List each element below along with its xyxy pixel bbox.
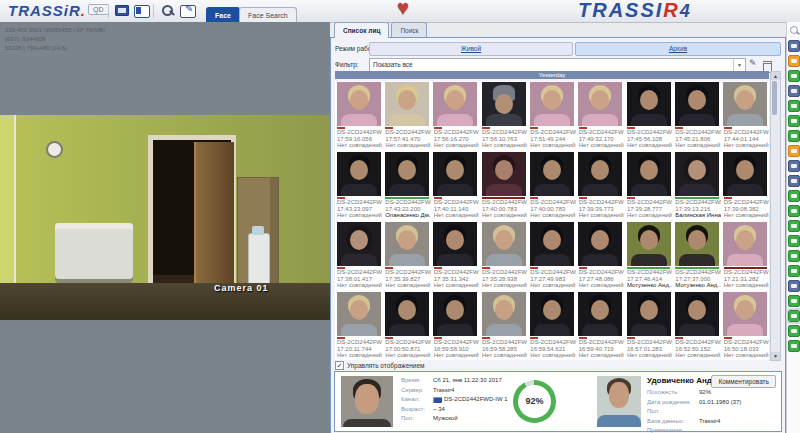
channel-icon[interactable]	[788, 130, 800, 142]
face-grid-cell[interactable]: DS-2CD2442FWD... 17:39:13.216 Балинская …	[673, 152, 720, 220]
face-grid-cell[interactable]: DS-2CD2442FWD... 17:44:01.144 Нет совпад…	[722, 82, 769, 150]
face-thumbnail	[337, 152, 381, 196]
edit-filter-icon[interactable]: ✎	[749, 58, 757, 68]
face-grid-cell[interactable]: DS-2CD2442FWD... 17:35:28.938 Нет совпад…	[480, 222, 527, 290]
face-grid-cell[interactable]: DS-2CD2442FWD... 17:57:41.470 Нет совпад…	[383, 82, 430, 150]
match-label: Нет совпадений	[530, 352, 575, 359]
channel-icon[interactable]	[788, 235, 800, 247]
search-tool-icon[interactable]	[161, 5, 175, 16]
camera-chip-icon	[433, 397, 442, 403]
face-grid-cell[interactable]: DS-2CD2442FWD... 17:38:01.417 Нет совпад…	[335, 222, 382, 290]
face-grid-cell[interactable]: DS-2CD2442FWD... 17:27:46.414 Мотузенко …	[625, 222, 672, 290]
face-grid-cell[interactable]: DS-2CD2442FWD... 17:49:32.170 Нет совпад…	[577, 82, 624, 150]
reference-photo	[597, 376, 641, 427]
channel-icon[interactable]	[788, 265, 800, 277]
face-grid-cell[interactable]: DS-2CD2442FWD... 16:52:50.152 Нет совпад…	[673, 292, 720, 360]
video-pane[interactable]: 139-403 9921 N9056455 | AP 79(MB)(937), …	[0, 22, 330, 433]
face-grid-cell[interactable]: DS-2CD2442FWD... 16:50:18.033 Нет совпад…	[722, 292, 769, 360]
face-grid-cell[interactable]: DS-2CD2442FWD... 17:21:31.282 Нет совпад…	[722, 222, 769, 290]
channel-icon[interactable]	[788, 160, 800, 172]
comment-button[interactable]: Комментировать	[711, 375, 776, 388]
display-control-row[interactable]: ✓ Управлять отображением	[335, 361, 425, 370]
thumb-face	[446, 160, 464, 180]
thumb-face	[640, 300, 658, 320]
white-table	[55, 223, 133, 279]
face-grid-cell[interactable]: DS-2CD2442FWD... 17:43:22.200 Опанасенко…	[383, 152, 430, 220]
edit-panel-icon[interactable]	[180, 5, 196, 18]
face-grid-cell[interactable]: DS-2CD2442FWD... 17:39:08.382 Нет совпад…	[722, 152, 769, 220]
channel-icon[interactable]	[788, 55, 800, 67]
face-grid-cell[interactable]: DS-2CD2442FWD... 17:59:16.056 Нет совпад…	[335, 82, 382, 150]
thumb-face	[640, 230, 658, 250]
thumb-body	[486, 324, 522, 336]
face-thumbnail	[433, 292, 477, 336]
thumb-face	[495, 300, 513, 320]
face-grid-cell[interactable]: DS-2CD2442FWD... 17:39:39.773 Нет совпад…	[577, 152, 624, 220]
face-grid-cell[interactable]: DS-2CD2442FWD... 17:20:11.744 Нет совпад…	[335, 292, 382, 360]
scroll-down-icon[interactable]: ▼	[771, 352, 780, 360]
scrollbar-thumb[interactable]	[772, 81, 777, 115]
face-grid-cell[interactable]: DS-2CD2442FWD... 17:27:49.983 Нет совпад…	[528, 222, 575, 290]
channel-icon[interactable]	[788, 190, 800, 202]
match-label: Нет совпадений	[724, 352, 769, 359]
scroll-up-icon[interactable]: ▲	[771, 72, 780, 80]
channel-icon[interactable]	[788, 250, 800, 262]
channel-icon[interactable]	[788, 145, 800, 157]
channel-icon[interactable]	[788, 325, 800, 337]
face-grid-cell[interactable]: DS-2CD2442FWD... 16:57:01.283 Нет совпад…	[625, 292, 672, 360]
channel-icon[interactable]	[788, 40, 800, 52]
face-grid-cell[interactable]: DS-2CD2442FWD... 17:45:21.806 Нет совпад…	[673, 82, 720, 150]
qd-button[interactable]: QD	[88, 4, 109, 15]
field-row: Время:Сб 21, янв 11:22:30 2017	[401, 376, 509, 386]
face-grid-cell[interactable]: DS-2CD2442FWD... 17:40:11.140 Нет совпад…	[432, 152, 479, 220]
filter-value: Показать все	[373, 61, 413, 68]
channel-icon[interactable]	[788, 310, 800, 322]
mode-archive-button[interactable]: Архив	[575, 42, 781, 56]
face-grid-cell[interactable]: DS-2CD2442FWD... 17:35:39.827 Нет совпад…	[383, 222, 430, 290]
thumb-face	[688, 300, 706, 320]
face-thumbnail	[385, 82, 429, 126]
grid-scrollbar[interactable]: ▲ ▼	[770, 71, 781, 361]
face-grid-cell[interactable]: DS-2CD2442FWD... 17:40:00.783 Нет совпад…	[480, 152, 527, 220]
chevron-down-icon[interactable]: ▼	[733, 59, 745, 71]
channel-icon[interactable]	[788, 85, 800, 97]
search-icon[interactable]	[790, 26, 798, 34]
channel-icon[interactable]	[788, 340, 800, 352]
tab-face[interactable]: Face	[206, 7, 240, 23]
channel-icon[interactable]	[788, 70, 800, 82]
channel-icon[interactable]	[788, 175, 800, 187]
mode-live-button[interactable]: Живой	[369, 42, 573, 56]
layout-icon[interactable]	[115, 5, 129, 16]
face-grid-cell[interactable]: DS-2CD2442FWD... 16:59:58.285 Нет совпад…	[480, 292, 527, 360]
tab-search[interactable]: Поиск	[391, 22, 427, 38]
face-grid-cell[interactable]: DS-2CD2442FWD... 17:27:48.086 Нет совпад…	[577, 222, 624, 290]
face-grid-cell[interactable]: DS-2CD2442FWD... 17:43:23.097 Нет совпад…	[335, 152, 382, 220]
face-grid-cell[interactable]: DS-2CD2442FWD... 17:51:49.244 Нет совпад…	[528, 82, 575, 150]
face-thumbnail	[530, 82, 574, 126]
camera-name-overlay: Camera 01	[214, 283, 269, 293]
channel-icon[interactable]	[788, 205, 800, 217]
face-grid-cell[interactable]: DS-2CD2442FWD... 16:59:58.910 Нет совпад…	[432, 292, 479, 360]
face-grid-cell[interactable]: DS-2CD2442FWD... 16:59:40.719 Нет совпад…	[577, 292, 624, 360]
face-grid-cell[interactable]: DS-2CD2442FWD... 17:00:50.871 Нет совпад…	[383, 292, 430, 360]
tab-face-list[interactable]: Список лиц	[334, 22, 389, 38]
channel-icon[interactable]	[788, 100, 800, 112]
face-grid-cell[interactable]: DS-2CD2442FWD... 17:35:31.342 Нет совпад…	[432, 222, 479, 290]
face-grid-cell[interactable]: DS-2CD2442FWD... 17:45:56.108 Нет совпад…	[625, 82, 672, 150]
channel-icon[interactable]	[788, 280, 800, 292]
channel-icon[interactable]	[788, 220, 800, 232]
face-grid-cell[interactable]: DS-2CD2442FWD... 16:59:54.621 Нет совпад…	[528, 292, 575, 360]
tab-face-search[interactable]: Face Search	[239, 7, 297, 23]
face-grid-cell[interactable]: DS-2CD2442FWD... 17:39:28.777 Нет совпад…	[625, 152, 672, 220]
health-heart-icon[interactable]: ♥	[397, 0, 409, 19]
face-grid-cell[interactable]: DS-2CD2442FWD... 17:27:37.000 Мотузенко …	[673, 222, 720, 290]
face-grid-cell[interactable]: DS-2CD2442FWD... 17:56:10.763 Нет совпад…	[480, 82, 527, 150]
channel-icon[interactable]	[788, 115, 800, 127]
face-grid-cell[interactable]: DS-2CD2442FWD... 17:40:00.783 Нет совпад…	[528, 152, 575, 220]
face-grid-cell[interactable]: DS-2CD2442FWD... 17:56:16.270 Нет совпад…	[432, 82, 479, 150]
panels-icon[interactable]	[134, 5, 150, 18]
filter-select[interactable]: Показать все▼	[369, 58, 746, 72]
channel-icon[interactable]	[788, 295, 800, 307]
thumb-face	[446, 300, 464, 320]
display-checkbox[interactable]: ✓	[335, 361, 344, 370]
